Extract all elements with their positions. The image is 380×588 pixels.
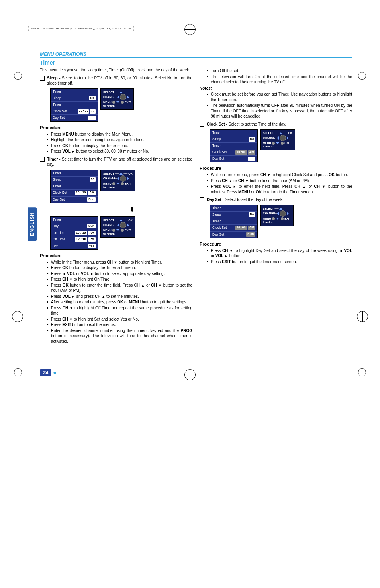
- sleep-description: Sleep - Select to turn the PTV off in 30…: [47, 75, 192, 86]
- section-title: MENU OPERATIONS: [40, 51, 352, 58]
- crop-mark-bottom: [184, 369, 196, 380]
- language-tab-english: ENGLISH: [28, 207, 37, 241]
- list-item: Press CH ▼ to highlight Day Set and sele…: [207, 248, 352, 259]
- notes-label: Notes:: [200, 86, 352, 91]
- list-item: Press OK button to display the Timer sub…: [47, 265, 192, 271]
- timer-select-description: Timer - Select timer to turn the PTV on …: [47, 157, 192, 167]
- procedure-label-4: Procedure: [200, 241, 352, 247]
- list-item: After setting hour and minutes, press OK…: [47, 299, 192, 305]
- procedure-label-2: Procedure: [40, 253, 192, 259]
- crop-mark-top: [184, 24, 196, 35]
- crop-mark-left: [12, 311, 23, 322]
- list-item: The television will turn On at the selec…: [207, 74, 352, 85]
- list-item: Highlight the Timer icon using the navig…: [47, 137, 192, 143]
- clockset-description: Clock Set - Select to set the Time of th…: [207, 122, 286, 127]
- osd-dayset-menu: Timer SleepNo Timer Clock Set10 :00AM Da…: [210, 205, 352, 238]
- list-item: Press EXIT button to quit the timer menu…: [207, 259, 352, 265]
- procedure-label-3: Procedure: [200, 165, 352, 171]
- list-item: Turn Off the set.: [207, 68, 352, 74]
- dayset-description: Day Set - Select to set the day of the w…: [207, 197, 284, 203]
- corner-circle-tr: [358, 72, 366, 80]
- list-item: While in Timer menu, press CH ▼ to highl…: [207, 172, 352, 178]
- doc-header: P9 0474 E 080403R.fm Page 24 Wednesday, …: [28, 26, 134, 31]
- list-item: Press CH ▼ to highlight Off Time and rep…: [47, 305, 192, 316]
- procedure-label-1: Procedure: [40, 125, 192, 131]
- list-item: Press OK button to enter the time field.…: [47, 283, 192, 293]
- checkbox-icon: [200, 197, 204, 202]
- list-item: Press EXIT button to exit the menus.: [47, 322, 192, 328]
- corner-circle-bl: [14, 368, 22, 376]
- timer-intro: This menu lets you set the sleep timer, …: [40, 67, 192, 73]
- crop-mark-right: [357, 311, 368, 322]
- arrow-down-icon: ⬇: [72, 205, 192, 214]
- list-item: Press OK button to display the Timer men…: [47, 143, 192, 149]
- osd-sleep-menu: Timer SleepNo Timer Clock Set- - : - -- …: [50, 88, 192, 122]
- list-item: Press MENU button to display the Main Me…: [47, 132, 192, 137]
- osd-timer-menu-1: Timer Sleep30 Timer Clock Set10 : 10AM D…: [50, 170, 192, 203]
- checkbox-icon: [40, 76, 45, 81]
- page-dot-icon: ●: [53, 369, 56, 376]
- checkbox-icon: [40, 157, 45, 162]
- list-item: Press CH ▼ to highlight On Time.: [47, 277, 192, 282]
- corner-circle-br: [358, 368, 366, 376]
- list-item: Clock must be set before you can set Tim…: [207, 92, 352, 102]
- corner-circle-tl: [14, 72, 22, 80]
- list-item: Press VOL ► to enter the next field. Pre…: [207, 184, 352, 195]
- list-item: Press VOL ► and press CH ▲ to set the mi…: [47, 294, 192, 299]
- osd-clockset-menu: Timer SleepNo Timer Clock Set10 :00AM Da…: [210, 129, 352, 162]
- list-item: Press VOL ► button to select 30, 60, 90 …: [47, 149, 192, 154]
- checkbox-icon: [200, 122, 204, 127]
- list-item: Press ◄ VOL or VOL ► button to select ap…: [47, 271, 192, 277]
- list-item: Press CH ▼ to highlight Set and select Y…: [47, 317, 192, 322]
- page-number: 24: [40, 369, 51, 376]
- list-item: Press CH ▲ or CH ▼ button to set the hou…: [207, 178, 352, 184]
- osd-timer-menu-2: Timer DaySun On Time10 : 10AM Off Time12…: [50, 216, 192, 250]
- list-item: The television automatically turns OFF a…: [207, 103, 352, 119]
- heading-timer: Timer: [40, 59, 352, 66]
- list-item: Enter the desired channel number using t…: [47, 328, 192, 344]
- list-item: While in the Timer menu, press CH ▼ butt…: [47, 260, 192, 265]
